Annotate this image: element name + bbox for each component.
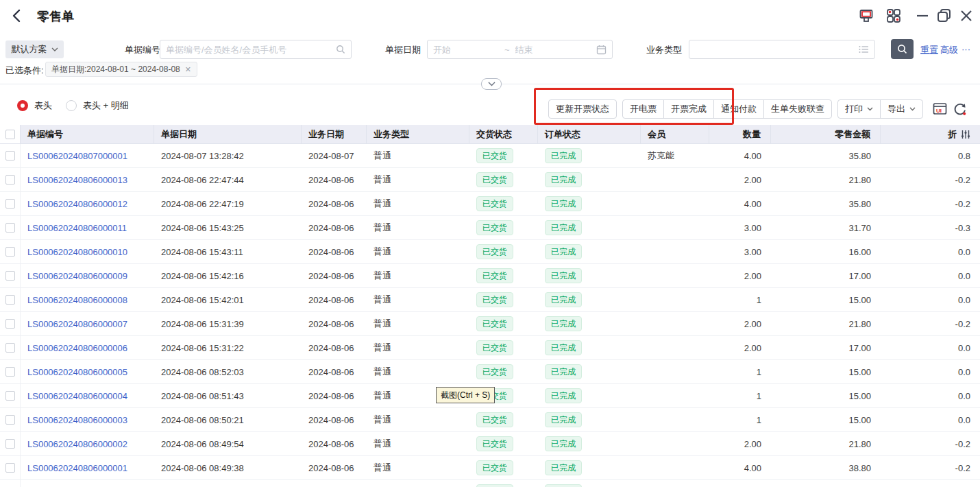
select-all-checkbox[interactable] (5, 130, 15, 139)
order-no-input-box (160, 40, 352, 59)
update-invoice-status-button[interactable]: 更新开票状态 (548, 99, 617, 119)
biz-date-cell: 2024-08-06 (302, 168, 367, 191)
qty-cell: 1 (709, 360, 771, 383)
row-checkbox[interactable] (5, 247, 15, 257)
radio-header-only[interactable]: 表头 (17, 99, 52, 112)
row-checkbox[interactable] (5, 391, 15, 401)
amount-cell: 35.80 (771, 144, 881, 167)
qty-cell: 2.00 (709, 312, 771, 335)
order-no-link[interactable]: LS000620240806000012 (27, 199, 127, 209)
row-checkbox[interactable] (5, 439, 15, 449)
row-checkbox[interactable] (5, 151, 15, 161)
order-fail-check-button[interactable]: 生单失败联查 (763, 100, 831, 118)
header-qty[interactable]: 数量 (709, 125, 771, 143)
amount-cell: 17.00 (771, 264, 881, 287)
e-invoice-button[interactable]: 开电票 (623, 100, 663, 118)
screenshot-icon[interactable] (858, 8, 874, 24)
order-no-link[interactable]: LS000620240806000007 (27, 319, 127, 329)
order-no-link[interactable]: LS000620240806000009 (27, 271, 127, 281)
order-no-link[interactable]: LS000620240807000001 (27, 151, 127, 161)
calendar-icon[interactable] (596, 45, 607, 55)
order-no-link[interactable]: LS000620240806000002 (27, 439, 127, 449)
order-no-input[interactable] (160, 41, 336, 58)
scheme-select-button[interactable]: 默认方案 (5, 40, 64, 58)
order-no-link[interactable]: LS000620240806000013 (27, 175, 127, 185)
header-discount[interactable]: 折 (881, 125, 980, 143)
search-icon (897, 44, 907, 54)
discount-cell: 0.8 (881, 144, 980, 167)
table-row: 已交货 已完成 (0, 480, 980, 487)
biz-date-cell: 2024-08-06 (302, 336, 367, 359)
chevron-down-icon (488, 82, 495, 86)
minimize-icon[interactable] (914, 8, 931, 24)
order-status-badge: 已完成 (545, 412, 582, 427)
restore-icon[interactable] (936, 8, 953, 24)
order-no-link[interactable]: LS000620240806000008 (27, 295, 127, 305)
row-checkbox[interactable] (5, 415, 15, 425)
order-no-link[interactable]: LS000620240806000001 (27, 463, 127, 473)
date-end-input[interactable] (510, 41, 596, 58)
advanced-link[interactable]: 高级 (940, 44, 958, 56)
header-delivery-status[interactable]: 交货状态 (469, 125, 538, 143)
order-no-link[interactable]: LS000620240806000006 (27, 343, 127, 353)
list-select-icon[interactable] (859, 45, 869, 54)
order-status-badge: 已完成 (545, 268, 582, 283)
row-checkbox[interactable] (5, 343, 15, 353)
order-no-link[interactable]: LS000620240806000010 (27, 247, 127, 257)
row-checkbox[interactable] (5, 175, 15, 185)
radio-header-detail[interactable]: 表头 + 明细 (66, 99, 129, 112)
biz-date-cell: 2024-08-06 (302, 312, 367, 335)
export-button[interactable]: 导出 (880, 100, 922, 118)
header-biz-type[interactable]: 业务类型 (367, 125, 469, 143)
header-biz-date[interactable]: 业务日期 (302, 125, 367, 143)
row-checkbox[interactable] (5, 199, 15, 209)
header-order-status[interactable]: 订单状态 (538, 125, 641, 143)
refresh-icon[interactable] (952, 102, 967, 117)
order-status-badge: 已完成 (545, 436, 582, 451)
row-checkbox[interactable] (5, 295, 15, 305)
order-datetime-cell: 2024-08-06 15:42:01 (154, 288, 302, 311)
qty-cell: 1 (709, 288, 771, 311)
order-no-link[interactable]: LS000620240806000003 (27, 415, 127, 425)
row-checkbox[interactable] (5, 319, 15, 329)
back-icon[interactable] (10, 8, 25, 23)
table-row: LS000620240806000011 2024-08-06 15:43:25… (0, 216, 980, 240)
notify-payment-button[interactable]: 通知付款 (713, 100, 763, 118)
order-no-link[interactable]: LS000620240806000011 (27, 223, 127, 233)
print-button[interactable]: 打印 (838, 100, 880, 118)
header-order-date[interactable]: 单据日期 (154, 125, 302, 143)
qty-cell: 1 (709, 408, 771, 431)
order-no-link[interactable]: LS000620240806000005 (27, 367, 127, 377)
reset-link[interactable]: 重置 (920, 44, 938, 56)
collapse-filter-button[interactable] (481, 78, 502, 90)
header-order-no[interactable]: 单据编号 (21, 125, 154, 143)
invoice-done-button[interactable]: 开票完成 (663, 100, 713, 118)
column-filter-icon[interactable] (961, 130, 970, 139)
member-cell (641, 288, 709, 311)
biz-type-input[interactable] (689, 41, 859, 58)
biz-date-cell: 2024-08-06 (302, 456, 367, 479)
biz-type-input-box (689, 40, 875, 59)
order-status-badge: 已完成 (545, 172, 582, 187)
app-grid-icon[interactable] (885, 8, 902, 24)
header-member[interactable]: 会员 (641, 125, 709, 143)
tag-close-icon[interactable]: ✕ (185, 65, 191, 74)
delivery-status-badge: 已交货 (476, 412, 513, 427)
row-checkbox[interactable] (5, 463, 15, 473)
ui-settings-icon[interactable]: UI (932, 102, 947, 117)
more-link[interactable]: ··· (961, 44, 970, 54)
order-status-badge: 已完成 (545, 388, 582, 403)
order-datetime-cell: 2024-08-06 15:42:16 (154, 264, 302, 287)
row-checkbox[interactable] (5, 271, 15, 281)
search-button[interactable] (891, 39, 914, 59)
row-checkbox[interactable] (5, 223, 15, 233)
discount-cell (881, 480, 980, 487)
date-start-input[interactable] (428, 41, 504, 58)
table-row: LS000620240806000005 2024-08-06 08:52:03… (0, 360, 980, 384)
date-range-box: ~ (427, 40, 613, 59)
row-checkbox[interactable] (5, 367, 15, 377)
member-cell (641, 192, 709, 215)
close-icon[interactable] (958, 8, 975, 24)
header-amount[interactable]: 零售金额 (771, 125, 881, 143)
order-no-link[interactable]: LS000620240806000004 (27, 391, 127, 401)
